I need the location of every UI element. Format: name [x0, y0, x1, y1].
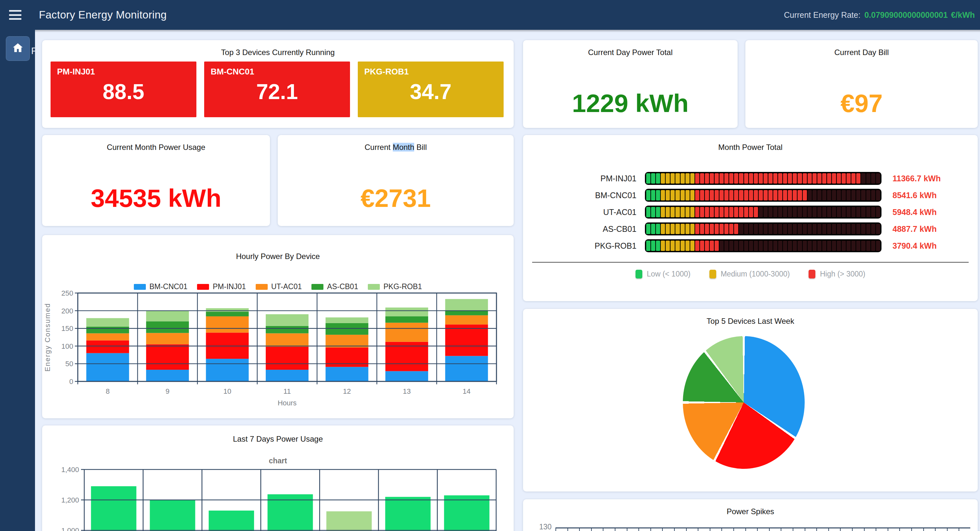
- energy-rate-unit: €/kWh: [951, 10, 975, 20]
- hamburger-menu-icon[interactable]: [9, 10, 21, 20]
- top5-pie-chart: [683, 336, 805, 469]
- svg-text:11: 11: [283, 387, 291, 395]
- bar-segment: [146, 370, 189, 381]
- spikes-axis-ticks: [555, 528, 970, 531]
- month-gauges: PM-INJ0111366.7 kWhBM-CNC018541.6 kWhUT-…: [523, 170, 978, 254]
- gauge-row: AS-CB014887.7 kWh: [523, 220, 978, 237]
- top5-title: Top 5 Devices Last Week: [523, 309, 978, 326]
- bar-segment: [86, 340, 129, 353]
- bar-segment: [206, 312, 248, 316]
- bar: [91, 486, 137, 531]
- month-usage-value: 34535 kWh: [42, 184, 270, 213]
- svg-text:14: 14: [463, 387, 470, 395]
- bar-segment: [266, 370, 309, 381]
- svg-text:9: 9: [165, 387, 170, 395]
- bar-segment: [146, 321, 189, 333]
- gauge-value: 4887.7 kWh: [892, 224, 937, 234]
- segmented-gauge: [645, 172, 881, 185]
- bar-segment: [266, 326, 309, 333]
- bar-segment: [445, 356, 488, 381]
- spikes-ytick: 130: [523, 523, 552, 531]
- day-total-value: 1229 kWh: [523, 89, 738, 118]
- bar-segment: [206, 308, 248, 312]
- bar-segment: [86, 353, 129, 381]
- month-gauge-legend: Low (< 1000)Medium (1000-3000)High (> 30…: [523, 270, 978, 279]
- last7-bar-chart: 1,4001,2001,000: [42, 464, 514, 531]
- hourly-chart-title: Hourly Power By Device: [42, 235, 514, 261]
- segmented-gauge: [645, 239, 881, 252]
- svg-text:50: 50: [65, 360, 73, 368]
- day-total-title: Current Day Power Total: [523, 40, 738, 57]
- bar-segment: [385, 371, 428, 381]
- bar-segment: [266, 347, 309, 370]
- day-bill-title: Current Day Bill: [745, 40, 978, 57]
- last7-subtitle: chart: [42, 457, 514, 465]
- bar-segment: [385, 323, 428, 342]
- month-bill-value: €2731: [278, 184, 514, 213]
- bar-segment: [206, 359, 248, 381]
- bar-segment: [146, 344, 189, 370]
- svg-text:0: 0: [69, 377, 73, 386]
- svg-text:150: 150: [61, 325, 73, 333]
- bar-segment: [146, 311, 189, 322]
- gauge-row: BM-CNC018541.6 kWh: [523, 187, 978, 204]
- sidebar-home-button[interactable]: [6, 36, 30, 61]
- gauge-row: PM-INJ0111366.7 kWh: [523, 170, 978, 187]
- energy-rate-label: Current Energy Rate:: [784, 10, 861, 20]
- bar: [209, 510, 254, 531]
- bar-segment: [445, 325, 488, 356]
- power-spikes-title: Power Spikes: [523, 499, 978, 516]
- top5-pie-card: Top 5 Devices Last Week: [523, 309, 978, 491]
- svg-text:200: 200: [61, 307, 73, 315]
- legend-item: Low (< 1000): [635, 270, 690, 279]
- gauge-device-name: UT-AC01: [523, 208, 636, 217]
- bar-segment: [86, 327, 129, 333]
- bar-segment: [445, 311, 488, 315]
- gauge-row: PKG-ROB13790.4 kWh: [523, 237, 978, 254]
- top-devices-title: Top 3 Devices Currently Running: [42, 40, 514, 57]
- day-bill-value: €97: [745, 89, 978, 118]
- hourly-chart-card: Hourly Power By Device BM-CNC01PM-INJ01U…: [42, 235, 514, 418]
- day-bill-card: Current Day Bill €97: [745, 40, 978, 128]
- bar-segment: [326, 335, 369, 347]
- last7-title: Last 7 Days Power Usage: [42, 425, 514, 444]
- top-bar: Factory Energy Monitoring Current Energy…: [0, 0, 980, 30]
- svg-text:1,000: 1,000: [61, 526, 79, 531]
- last7-chart-card: Last 7 Days Power Usage chart 1,4001,200…: [42, 425, 514, 531]
- device-tile-name: PM-INJ01: [51, 62, 196, 77]
- bar-segment: [326, 367, 369, 381]
- month-usage-title: Current Month Power Usage: [42, 135, 270, 152]
- svg-text:13: 13: [403, 387, 410, 395]
- bar: [150, 500, 195, 531]
- svg-text:100: 100: [61, 342, 73, 350]
- legend-label: Medium (1000-3000): [721, 270, 790, 279]
- bar-segment: [266, 314, 309, 326]
- page-title: Factory Energy Monitoring: [39, 9, 167, 21]
- gauge-device-name: BM-CNC01: [523, 191, 636, 200]
- device-tile-value: 34.7: [358, 77, 504, 117]
- svg-text:1,200: 1,200: [61, 496, 79, 504]
- gauge-row: UT-AC015948.4 kWh: [523, 204, 978, 220]
- bar-segment: [146, 333, 189, 344]
- gauge-value: 3790.4 kWh: [892, 241, 937, 250]
- device-tile-value: 88.5: [51, 77, 196, 117]
- device-tile-name: PKG-ROB1: [358, 62, 504, 77]
- bar-segment: [445, 315, 488, 325]
- energy-rate: Current Energy Rate: 0.07909000000000001…: [784, 0, 975, 30]
- bar: [326, 511, 372, 531]
- device-tile: PKG-ROB134.7: [358, 62, 504, 117]
- legend-swatch: [710, 270, 716, 279]
- segmented-gauge: [645, 222, 881, 235]
- device-tile: BM-CNC0172.1: [204, 62, 350, 117]
- bar-segment: [326, 317, 369, 323]
- device-tiles: PM-INJ0188.5BM-CNC0172.1PKG-ROB134.7: [51, 62, 504, 117]
- bar-segment: [266, 333, 309, 346]
- svg-text:Energy Consumed: Energy Consumed: [43, 303, 51, 371]
- power-spikes-card: Power Spikes 130: [523, 499, 978, 531]
- sidebar: F: [0, 30, 35, 531]
- svg-text:250: 250: [61, 289, 73, 297]
- gauge-device-name: PKG-ROB1: [523, 241, 636, 250]
- energy-rate-value: 0.07909000000000001: [864, 10, 948, 20]
- month-usage-card: Current Month Power Usage 34535 kWh: [42, 135, 270, 226]
- bar-segment: [385, 308, 428, 316]
